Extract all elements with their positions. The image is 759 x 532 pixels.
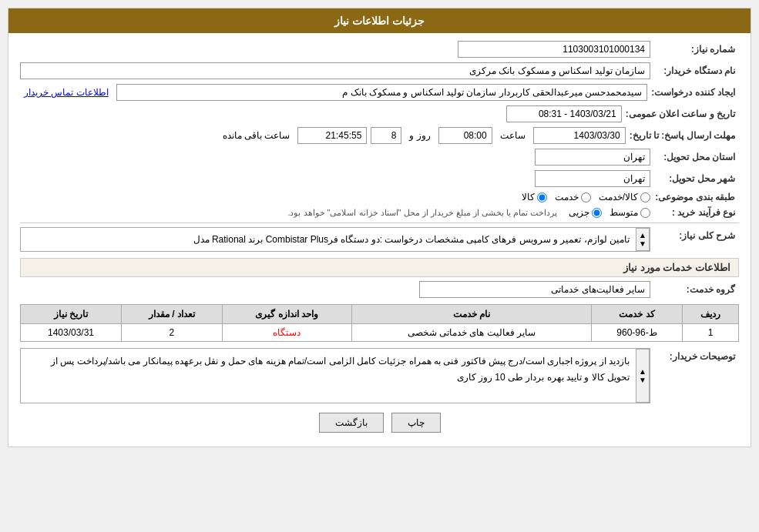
process-radio-jozi-input[interactable] bbox=[592, 208, 602, 218]
process-radio-jozi-label: جزیی bbox=[569, 207, 589, 218]
cell-unit: دستگاه bbox=[222, 324, 351, 342]
category-radio-kala-khedmat-input[interactable] bbox=[640, 192, 650, 202]
contact-info-link[interactable]: اطلاعات تماس خریدار bbox=[20, 87, 113, 98]
category-radio-kala-khedmat[interactable]: کالا/خدمت bbox=[599, 192, 650, 202]
service-group-label: گروه خدمت: bbox=[654, 284, 739, 295]
date-label: تاریخ و ساعت اعلان عمومی: bbox=[626, 109, 739, 119]
cell-code: ط-96-960 bbox=[592, 324, 683, 342]
buyer-name-label: نام دستگاه خریدار: bbox=[654, 65, 739, 76]
category-radio-kala-khedmat-label: کالا/خدمت bbox=[599, 192, 638, 202]
narration-label: شرح کلی نیاز: bbox=[654, 227, 739, 241]
col-unit: واحد اندازه گیری bbox=[222, 305, 351, 324]
col-date: تاریخ نیاز bbox=[21, 305, 122, 324]
date-value: 1403/03/21 - 08:31 bbox=[506, 105, 622, 122]
service-group-value: سایر فعالیت‌های خدماتی bbox=[419, 281, 650, 298]
col-name: نام خدمت bbox=[351, 305, 592, 324]
province-label: استان محل تحویل: bbox=[654, 152, 739, 162]
col-code: کد خدمت bbox=[592, 305, 683, 324]
category-radio-khedmat[interactable]: خدمت bbox=[555, 192, 591, 202]
narration-value: تامین لوازم، تعمیر و سرویس فرهای کامپی م… bbox=[21, 228, 636, 251]
request-number-label: شماره نیاز: bbox=[654, 44, 739, 55]
category-radio-kala-label: کالا bbox=[522, 192, 535, 202]
created-by-label: ایجاد کننده درخواست: bbox=[651, 87, 739, 98]
cell-row: 1 bbox=[682, 324, 738, 342]
buyer-notes-value: بازدید از پروژه اجباری است/درج پیش فاکتو… bbox=[21, 349, 636, 403]
process-radio-motavaset-label: متوسط bbox=[610, 207, 638, 218]
category-radio-khedmat-input[interactable] bbox=[581, 192, 591, 202]
process-radio-motavaset-input[interactable] bbox=[640, 208, 650, 218]
reply-remaining-label: ساعت باقی مانده bbox=[219, 130, 294, 141]
reply-time-label: ساعت bbox=[496, 130, 529, 141]
service-info-title: اطلاعات خدمات مورد نیاز bbox=[20, 258, 739, 277]
page-title: جزئیات اطلاعات نیاز bbox=[8, 8, 751, 33]
reply-time-value: 08:00 bbox=[438, 127, 492, 144]
notes-scroll[interactable]: ▲ ▼ bbox=[636, 349, 650, 403]
category-radio-kala[interactable]: کالا bbox=[522, 192, 547, 202]
cell-date: 1403/03/31 bbox=[21, 324, 122, 342]
category-label: طبقه بندی موضوعی: bbox=[654, 192, 739, 202]
category-radio-khedmat-label: خدمت bbox=[555, 192, 579, 202]
reply-days-value: 8 bbox=[371, 127, 401, 144]
print-button[interactable]: چاپ bbox=[391, 413, 441, 433]
process-radio-motavaset[interactable]: متوسط bbox=[610, 207, 650, 218]
reply-deadline-label: مهلت ارسال پاسخ: تا تاریخ: bbox=[630, 130, 739, 141]
services-table-section: ردیف کد خدمت نام خدمت واحد اندازه گیری ت… bbox=[20, 304, 739, 342]
process-radio-group: متوسط جزیی bbox=[569, 207, 650, 218]
city-label: شهر محل تحویل: bbox=[654, 173, 739, 184]
services-table: ردیف کد خدمت نام خدمت واحد اندازه گیری ت… bbox=[20, 304, 739, 342]
process-label: نوع فرآیند خرید : bbox=[654, 207, 739, 218]
category-radio-group: کالا/خدمت خدمت کالا bbox=[522, 192, 650, 202]
back-button[interactable]: بازگشت bbox=[319, 413, 384, 433]
narration-scroll[interactable]: ▲ ▼ bbox=[636, 228, 650, 251]
cell-name: سایر فعالیت های خدماتی شخصی bbox=[351, 324, 592, 342]
table-row: 1 ط-96-960 سایر فعالیت های خدماتی شخصی د… bbox=[21, 324, 739, 342]
province-value: تهران bbox=[535, 149, 650, 166]
process-radio-jozi[interactable]: جزیی bbox=[569, 207, 602, 218]
created-by-value: سیدمحمدحسن میرعبدالحقی کاربردار سازمان ت… bbox=[116, 84, 648, 101]
buyer-notes-label: توصیحات خریدار: bbox=[654, 348, 739, 362]
reply-remaining-value: 21:45:55 bbox=[297, 127, 367, 144]
request-number-value: 1103003101000134 bbox=[458, 41, 650, 58]
reply-days-label: روز و bbox=[405, 130, 434, 141]
reply-date-value: 1403/03/30 bbox=[533, 127, 626, 144]
button-row: چاپ بازگشت bbox=[20, 413, 739, 433]
col-row: ردیف bbox=[682, 305, 738, 324]
col-quantity: تعداد / مقدار bbox=[121, 305, 222, 324]
buyer-name-value: سازمان تولید اسکناس و مسکوک بانک مرکزی bbox=[20, 62, 650, 79]
category-radio-kala-input[interactable] bbox=[537, 192, 547, 202]
cell-quantity: 2 bbox=[121, 324, 222, 342]
city-value: تهران bbox=[535, 170, 650, 187]
process-note: پرداخت تمام یا بخشی از مبلغ خریدار از مح… bbox=[287, 208, 565, 218]
